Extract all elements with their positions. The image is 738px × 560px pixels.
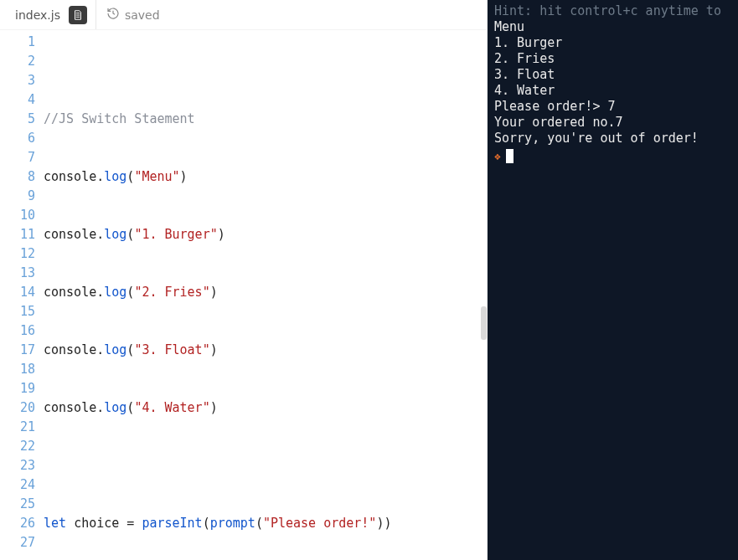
line-number: 18 — [0, 360, 35, 379]
line-gutter: 1234567891011121314151617181920212223242… — [0, 30, 44, 560]
file-tab[interactable]: index.js — [8, 0, 96, 29]
line-number: 11 — [0, 225, 35, 244]
line-number: 7 — [0, 148, 35, 167]
line-number: 26 — [0, 514, 35, 533]
saved-indicator: saved — [96, 7, 160, 23]
terminal-cursor — [506, 149, 514, 163]
line-number: 20 — [0, 398, 35, 418]
line-number: 10 — [0, 206, 35, 225]
line-number: 24 — [0, 475, 35, 495]
line-number: 9 — [0, 187, 35, 206]
code-line: console.log("2. Fries") — [44, 283, 487, 302]
line-number: 2 — [0, 52, 35, 71]
code-line: //JS Switch Staement — [44, 110, 487, 129]
scrollbar-thumb[interactable] — [481, 306, 487, 340]
terminal-line: Sorry, you're out of order! — [494, 131, 731, 146]
code-area[interactable]: 1234567891011121314151617181920212223242… — [0, 30, 487, 560]
code-line: console.log("3. Float") — [44, 341, 487, 360]
editor-header: index.js saved — [0, 0, 487, 30]
prompt-caret-icon: ❖ — [494, 148, 501, 164]
terminal-prompt[interactable]: ❖ — [494, 148, 731, 164]
terminal-line: 1. Burger — [494, 35, 731, 51]
file-name: index.js — [8, 8, 67, 22]
line-number: 27 — [0, 533, 35, 552]
line-number: 16 — [0, 321, 35, 341]
code-line: console.log("Menu") — [44, 167, 487, 187]
code-line: console.log("4. Water") — [44, 398, 487, 418]
line-number: 4 — [0, 90, 35, 110]
history-icon — [106, 7, 120, 23]
terminal-hint: Hint: hit control+c anytime to — [494, 3, 731, 19]
line-number: 12 — [0, 244, 35, 264]
line-number: 5 — [0, 110, 35, 129]
line-number: 15 — [0, 302, 35, 321]
terminal-line: Your ordered no.7 — [494, 115, 731, 131]
line-number: 1 — [0, 33, 35, 52]
line-number: 8 — [0, 167, 35, 187]
line-number: 3 — [0, 71, 35, 90]
code-line: console.log("1. Burger") — [44, 225, 487, 244]
terminal-pane[interactable]: Hint: hit control+c anytime to Menu1. Bu… — [488, 0, 738, 560]
terminal-line: Menu — [494, 19, 731, 35]
terminal-line: Please order!> 7 — [494, 99, 731, 115]
terminal-line: 3. Float — [494, 67, 731, 83]
line-number: 17 — [0, 341, 35, 360]
line-number: 13 — [0, 264, 35, 283]
terminal-line: 2. Fries — [494, 51, 731, 67]
code-line: let choice = parseInt(prompt("Please ord… — [44, 514, 487, 533]
line-number: 25 — [0, 495, 35, 514]
code-line — [44, 456, 487, 475]
line-number: 21 — [0, 418, 35, 437]
line-number: 23 — [0, 456, 35, 475]
saved-label: saved — [125, 8, 160, 22]
line-number: 19 — [0, 379, 35, 398]
line-number: 6 — [0, 129, 35, 148]
editor-pane: index.js saved 1234567891011121314151617… — [0, 0, 488, 560]
line-number: 14 — [0, 283, 35, 302]
code-body[interactable]: //JS Switch Staement console.log("Menu")… — [44, 30, 487, 560]
terminal-line: 4. Water — [494, 83, 731, 99]
document-icon — [69, 6, 87, 24]
line-number: 22 — [0, 437, 35, 456]
